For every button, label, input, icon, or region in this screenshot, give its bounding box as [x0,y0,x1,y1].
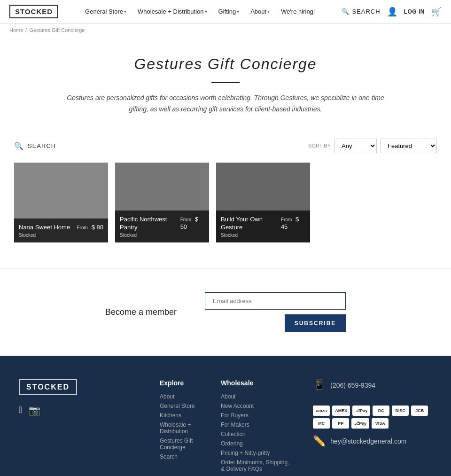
payment-icons: amzn AMEX ⎇Pay DC DISC JCB MC PP ⎇Pay VI… [313,406,432,429]
footer-contact: 📱 (206) 659-9394 amzn AMEX ⎇Pay DC DISC … [313,379,432,475]
footer-col-explore: Explore About General Store Kitchens Who… [160,379,197,475]
subscribe-form: SUBSCRIBE [205,292,346,332]
nav-link-label: We're hiring! [281,8,315,15]
nav-links: General Store ▾ Wholesale + Distribution… [80,5,319,18]
nav-logo[interactable]: STOCKED [9,5,58,18]
product-price-row: Build Your Own Gesture From $ 45 [221,215,305,232]
footer-link-ordering[interactable]: Ordering [221,440,289,447]
product-vendor: Stocked [221,233,305,238]
footer-link-new-account[interactable]: New Account [221,403,289,409]
footer-link-pricing[interactable]: Pricing + Nitty-gritty [221,450,289,456]
footer-phone: 📱 (206) 659-9394 [313,379,375,391]
filter-row: 🔍 SEARCH SORT BY Any Featured [0,134,451,158]
search-icon: 🔍 [342,8,350,15]
footer-brand: STOCKED  📷 [19,379,141,475]
phone-icon: 📱 [313,379,326,391]
product-card[interactable]: Build Your Own Gesture From $ 45 Stocked [216,163,310,242]
nav-link-gifting[interactable]: Gifting ▾ [214,5,244,18]
subscribe-label: Become a member [105,307,177,317]
product-grid: Nana Sweet Home From $ 80 Stocked Pacifi… [0,158,451,268]
product-vendor: Stocked [19,233,103,238]
subscribe-button[interactable]: SUBSCRIBE [285,314,346,332]
facebook-icon[interactable]:  [19,405,22,416]
account-icon[interactable]: 👤 [387,7,397,17]
product-name: Pacific Northwest Pantry [120,216,180,232]
footer-link-general-store[interactable]: General Store [160,403,197,409]
email-input[interactable] [205,292,346,310]
product-price-group: From $ 45 [281,215,305,230]
product-card[interactable]: Pacific Northwest Pantry From $ 50 Stock… [115,163,209,242]
sort-controls: SORT BY Any Featured [308,139,437,153]
nav-link-about[interactable]: About ▾ [246,5,274,18]
footer-link-about[interactable]: About [160,393,197,400]
visa-icon: VISA [372,418,389,429]
footer-wholesale-heading: Wholesale [221,379,289,387]
search-icon: 🔍 [14,141,24,150]
product-from-label: From [180,217,191,222]
footer-phone-number: (206) 659-9394 [330,382,375,389]
instagram-icon[interactable]: 📷 [29,405,40,416]
hero-section: Gestures Gift Concierge Gestures are per… [0,37,451,129]
footer-link-kitchens[interactable]: Kitchens [160,412,197,419]
mastercard-icon: MC [313,418,330,429]
diners-icon: DC [373,406,389,416]
chevron-down-icon: ▾ [124,9,126,14]
product-search[interactable]: 🔍 SEARCH [14,141,56,150]
nav-link-wholesale[interactable]: Wholesale + Distribution ▾ [133,5,212,18]
nav-link-hiring[interactable]: We're hiring! [276,5,319,18]
footer-explore-heading: Explore [160,379,197,387]
main-nav: STOCKED General Store ▾ Wholesale + Dist… [0,0,451,23]
product-info: Nana Sweet Home From $ 80 Stocked [14,218,108,242]
footer-columns: Explore About General Store Kitchens Who… [160,379,432,475]
product-price-row: Nana Sweet Home From $ 80 [19,223,103,232]
login-button[interactable]: LOG IN [404,8,425,15]
search-button[interactable]: 🔍 SEARCH [342,8,380,15]
product-info: Pacific Northwest Pantry From $ 50 Stock… [115,211,209,242]
footer: STOCKED  📷 Explore About General Store … [0,356,451,476]
search-label: SEARCH [28,142,56,149]
nav-link-general-store[interactable]: General Store ▾ [80,5,131,18]
footer-link-for-buyers[interactable]: For Buyers [221,412,289,419]
email-icon: ✏️ [313,435,326,447]
breadcrumb: Home / Gestures Gift Concierge [0,23,451,37]
footer-link-collection[interactable]: Collection [221,431,289,437]
availability-select[interactable]: Any [334,139,377,153]
footer-link-search[interactable]: Search [160,453,197,460]
page-title: Gestures Gift Concierge [9,55,442,73]
footer-link-order-minimums[interactable]: Order Minimums, Shipping, & Delivery FAQ… [221,459,289,472]
sort-select[interactable]: Featured [381,139,437,153]
chevron-down-icon: ▾ [267,9,270,14]
gpay-icon: ⎇Pay [351,418,369,429]
discover-icon: DISC [392,406,409,416]
subscribe-section: Become a member SUBSCRIBE [0,268,451,356]
breadcrumb-home[interactable]: Home [9,27,23,33]
nav-link-label: Gifting [218,8,236,15]
nav-link-label: Wholesale + Distribution [138,8,204,15]
product-info: Build Your Own Gesture From $ 45 Stocked [216,211,310,242]
jcb-icon: JCB [411,406,428,416]
product-card[interactable]: Nana Sweet Home From $ 80 Stocked [14,163,108,242]
product-price-row: Pacific Northwest Pantry From $ 50 [120,215,204,232]
hero-description: Gestures are personalized gifts for occa… [66,93,385,115]
cart-icon[interactable]: 🛒 [431,7,442,17]
product-price: $ 80 [92,224,103,231]
footer-link-for-makers[interactable]: For Makers [221,421,289,428]
apple-pay-icon: ⎇Pay [352,406,370,416]
footer-logo: STOCKED [19,379,77,395]
chevron-down-icon: ▾ [237,9,239,14]
footer-social:  📷 [19,405,141,416]
amex-icon: AMEX [332,406,350,416]
product-from-label: From [77,225,87,230]
sort-label: SORT BY [308,143,331,148]
nav-link-label: About [250,8,266,15]
search-label: SEARCH [352,8,380,15]
product-price-group: From $ 80 [77,223,103,231]
footer-email-address: hey@stockedgeneral.com [330,437,406,445]
footer-link-w-about[interactable]: About [221,393,289,400]
nav-link-label: General Store [85,8,123,15]
footer-link-gestures[interactable]: Gestures Gift Concierge [160,437,197,451]
footer-link-wholesale[interactable]: Wholesale + Distribution [160,421,197,435]
footer-email: ✏️ hey@stockedgeneral.com [313,435,406,447]
product-vendor: Stocked [120,233,204,238]
breadcrumb-separator: / [25,27,27,33]
